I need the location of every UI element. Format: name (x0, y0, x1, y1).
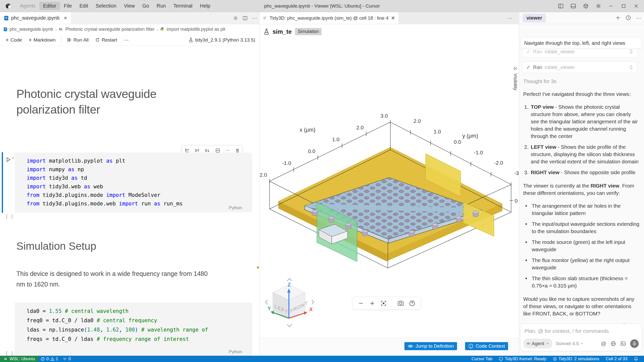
breadcrumb-separator: › (55, 27, 57, 31)
layout-sidebar-icon[interactable] (555, 0, 566, 12)
menu-file[interactable]: File (60, 2, 76, 10)
menu-editor[interactable]: Editor (39, 2, 60, 10)
3d-viewport[interactable]: -2.0-1.00.01.02.03.0 2.01.00.0-1.0-2.0-3… (259, 39, 519, 284)
tool-run-card[interactable]: ✓ Ran rotate_viewer (522, 61, 637, 73)
tab-tidy3d-viewer[interactable]: Tidy3D: phc_waveguide.ipynb (sim_te) @ c… (259, 12, 399, 24)
rotate-up-chevron-icon[interactable] (287, 278, 292, 281)
cell-language-label[interactable]: Python (229, 205, 242, 210)
history-clock-icon[interactable] (626, 15, 631, 21)
chat-message-list[interactable]: ✓ Ran rotate_viewer Navigate through the… (519, 24, 644, 356)
layout-panel-icon[interactable] (568, 0, 579, 12)
menu-help[interactable]: Help (196, 2, 214, 10)
run-options-chevron-icon[interactable] (12, 157, 14, 159)
title-bar: AgentsEditorFileEditSelectionViewGoRunTe… (0, 0, 644, 12)
minimize-button[interactable] (606, 0, 616, 12)
code-cell[interactable]: import matplotlib.pyplot as pltimport nu… (15, 153, 252, 212)
broadcast-icon (63, 357, 67, 361)
breadcrumb-file[interactable]: phc_waveguide.ipynb (10, 27, 53, 32)
menu-run[interactable]: Run (153, 2, 170, 10)
run-above-icon[interactable] (195, 148, 200, 153)
settings-gear-icon[interactable] (593, 0, 604, 12)
notifications-bell-icon[interactable] (631, 357, 641, 361)
screenshot-camera-button[interactable] (397, 300, 404, 306)
breadcrumb[interactable]: phc_waveguide.ipynb › M↓ Photonic crysta… (0, 24, 259, 34)
menu-terminal[interactable]: Terminal (170, 2, 196, 10)
run-below-icon[interactable] (205, 148, 210, 153)
tab-close-icon[interactable]: ✕ (63, 15, 67, 21)
zoom-in-button[interactable] (369, 300, 375, 306)
expand-chevron-icon[interactable] (629, 50, 633, 54)
chat-input-field[interactable] (524, 328, 638, 334)
zoom-out-button[interactable] (358, 300, 364, 306)
agent-mode-selector[interactable]: ∞ Agent (523, 339, 552, 348)
toolbar-more-icon[interactable]: ⋯ (121, 36, 131, 44)
breadcrumb-cell[interactable]: import matplotlib.pyplot as plt (167, 27, 225, 32)
list-item: •The input/output waveguide sections ext… (523, 220, 640, 235)
code-context-button[interactable]: Code Context (465, 342, 508, 350)
breadcrumb-section[interactable]: Photonic crystal waveguide polarization … (65, 27, 155, 32)
notebook-icon (4, 16, 9, 21)
notebook-toolbar: +Code +Markdown Run All Restart ⋯ tidy3d… (0, 34, 259, 46)
add-code-button[interactable]: +Code (3, 35, 24, 45)
flask-icon (189, 38, 193, 43)
assistant-paragraph: Perfect! I've navigated through the thre… (523, 90, 640, 98)
notebook-settings-icon[interactable] (233, 16, 238, 21)
view-cube[interactable]: LEFT FRONT Z Y X (259, 272, 325, 332)
run-cell-button[interactable] (6, 157, 14, 163)
delete-cell-icon[interactable] (235, 148, 240, 153)
visibility-label: Visibility (513, 73, 518, 90)
tab-phc-waveguide[interactable]: phc_waveguide.ipynb ✕ (0, 12, 71, 24)
jump-to-definition-button[interactable]: Jump to Definition (404, 342, 457, 350)
close-button[interactable] (631, 0, 641, 12)
split-editor-icon[interactable] (243, 16, 248, 21)
tab-close-icon[interactable]: ✕ (391, 15, 395, 21)
kernel-status[interactable]: Tidy3D Kernel: Ready (496, 356, 550, 361)
model-selector[interactable]: Sonnet 4.5 (556, 340, 583, 347)
visibility-panel-tab[interactable]: Visibility (513, 66, 518, 90)
attach-image-icon[interactable] (620, 341, 626, 346)
rotate-down-chevron-icon[interactable] (287, 324, 292, 327)
ports-indicator[interactable]: 0 (60, 356, 73, 361)
viewer-more-icon[interactable]: ⋯ (507, 15, 512, 21)
errors-icon (41, 357, 45, 361)
chat-input-box[interactable]: ∞ Agent Sonnet 4.5 @ (520, 323, 642, 351)
maximize-button[interactable] (618, 0, 629, 12)
problems-indicator[interactable]: 0 1 (39, 356, 60, 361)
run-all-button[interactable]: Run All (64, 36, 91, 44)
cell-language-label[interactable]: Python (229, 349, 242, 354)
web-globe-icon[interactable] (611, 341, 616, 346)
mention-icon[interactable]: @ (601, 340, 606, 347)
thought-duration[interactable]: Thought for 3s (523, 78, 640, 85)
code-editor[interactable]: import matplotlib.pyplot as pltimport nu… (15, 153, 252, 208)
menu-view[interactable]: View (120, 2, 139, 10)
execute-above-icon[interactable] (184, 148, 190, 153)
kernel-picker[interactable]: tidy3d_2.9.1 (Python 3.13.5) (189, 37, 255, 43)
collapse-panel-icon[interactable] (513, 66, 518, 71)
rotate-right-chevron-icon[interactable] (312, 300, 314, 304)
simulations-status[interactable]: Tidy3D: 2 simulations (550, 356, 602, 361)
code-cell[interactable]: lda0 = 1.55 # central wavelengthfreq0 = … (15, 303, 252, 356)
menu-selection[interactable]: Selection (92, 2, 120, 10)
remote-indicator[interactable]: WSL: Ubuntu (0, 356, 39, 362)
voice-input-button[interactable] (630, 339, 639, 348)
menu-edit[interactable]: Edit (76, 2, 92, 10)
chat-more-icon[interactable]: ⋯ (636, 15, 641, 21)
simulation-header: sim_te Simulation (259, 24, 519, 39)
restart-button[interactable]: Restart (93, 36, 120, 44)
cube-icon[interactable] (581, 0, 591, 12)
menu-agents[interactable]: Agents (16, 2, 39, 10)
expand-chevron-icon[interactable] (629, 65, 633, 69)
add-markdown-button[interactable]: +Markdown (26, 35, 58, 45)
rotate-left-chevron-icon[interactable] (266, 300, 268, 304)
chat-tab-viewer[interactable]: viewer (523, 14, 546, 22)
viewer-footer: Jump to Definition Code Context (259, 338, 519, 356)
cell-position-status[interactable]: Cell 2 of 33 (602, 356, 631, 361)
more-actions-icon[interactable]: ⋯ (252, 15, 257, 21)
fit-view-button[interactable] (381, 300, 387, 306)
split-cell-icon[interactable] (215, 148, 220, 153)
code-editor[interactable]: lda0 = 1.55 # central wavelengthfreq0 = … (15, 303, 252, 344)
menu-go[interactable]: Go (139, 2, 153, 10)
new-chat-icon[interactable] (615, 15, 621, 21)
cursor-tab-status[interactable]: Cursor Tab (468, 356, 496, 361)
help-button[interactable] (409, 300, 415, 306)
